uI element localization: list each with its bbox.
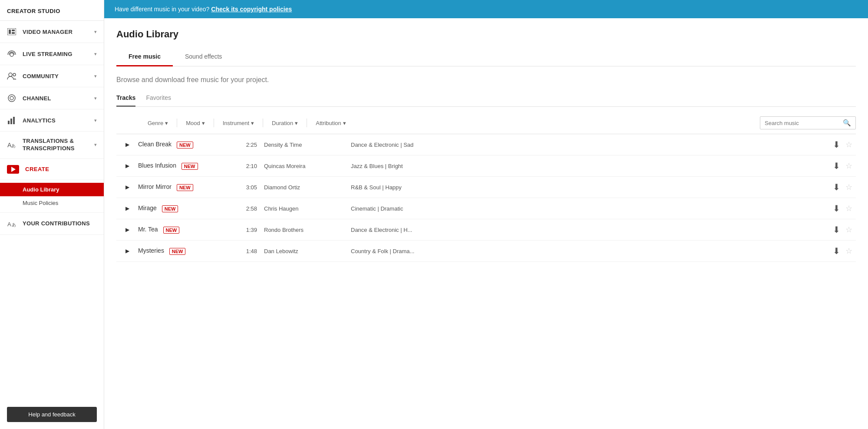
play-button[interactable]: ▶ [116,184,138,190]
chevron-down-icon: ▾ [251,120,254,126]
favorite-button[interactable]: ☆ [845,182,852,192]
svg-rect-10 [10,119,12,124]
sidebar-item-channel-label: CHANNEL [23,95,51,102]
svg-rect-3 [12,32,15,34]
play-button[interactable]: ▶ [116,205,138,211]
community-icon [7,71,17,81]
sidebar-item-create[interactable]: CREATE [0,159,104,180]
tab-free-music[interactable]: Free music [116,48,173,66]
sidebar-item-video-manager[interactable]: VIDEO MANAGER ▾ [0,21,104,43]
filters-row: Genre ▾ Mood ▾ Instrument ▾ Duration ▾ A… [116,111,856,134]
chevron-down-icon: ▾ [94,73,97,79]
search-box: 🔍 [760,116,856,129]
copyright-link[interactable]: Check its copyright policies [211,6,292,13]
sidebar-item-live-streaming[interactable]: LIVE STREAMING ▾ [0,43,104,65]
track-duration: 2:58 [225,205,264,212]
chevron-down-icon: ▾ [94,51,97,57]
track-genre: Jazz & Blues | Bright [351,163,830,169]
sidebar-sub-section: Audio Library Music Policies [0,180,104,213]
sub-tab-favorites[interactable]: Favorites [146,94,171,107]
filter-instrument-button[interactable]: Instrument ▾ [218,117,259,129]
track-list: ▶ Clean Break NEW 2:25 Density & Time Da… [116,134,856,262]
table-row: ▶ Blues Infusion NEW 2:10 Quincas Moreir… [116,155,856,177]
sidebar-item-analytics-label: ANALYTICS [23,117,56,124]
track-duration: 2:25 [225,142,264,148]
chevron-down-icon: ▾ [94,96,97,101]
sub-tab-tracks[interactable]: Tracks [116,94,135,107]
analytics-icon [7,116,17,125]
download-button[interactable]: ⬇ [833,161,840,171]
banner-text: Have different music in your video? [115,6,209,13]
channel-icon [7,93,17,103]
help-and-feedback-button[interactable]: Help and feedback [7,407,97,422]
favorite-button[interactable]: ☆ [845,225,852,234]
track-actions: ⬇ ☆ [830,139,856,150]
chevron-down-icon: ▾ [94,142,97,148]
sidebar-item-community[interactable]: COMMUNITY ▾ [0,65,104,87]
sidebar-sub-item-music-policies[interactable]: Music Policies [0,196,104,210]
download-button[interactable]: ⬇ [833,203,840,214]
play-button[interactable]: ▶ [116,142,138,148]
filter-genre-button[interactable]: Genre ▾ [142,117,173,129]
new-badge: NEW [162,205,178,212]
new-badge: NEW [169,248,186,255]
track-artist: Dan Lebowitz [264,248,351,254]
svg-rect-9 [8,121,10,124]
copyright-banner: Have different music in your video? Chec… [104,0,868,18]
sidebar-item-channel[interactable]: CHANNEL ▾ [0,87,104,109]
sidebar-item-translations-label: TRANSLATIONS & TRANSCRIPTIONS [23,138,94,152]
sidebar-item-live-streaming-label: LIVE STREAMING [23,51,73,57]
video-manager-icon [7,27,17,36]
sub-tabs: Tracks Favorites [116,94,856,107]
svg-point-7 [8,95,15,102]
translations-icon: Aあ [7,140,17,150]
download-button[interactable]: ⬇ [833,182,840,192]
filter-duration-button[interactable]: Duration ▾ [267,117,303,129]
favorite-button[interactable]: ☆ [845,140,852,149]
main-tabs: Free music Sound effects [116,48,856,66]
sidebar-item-community-label: COMMUNITY [23,73,59,79]
track-actions: ⬇ ☆ [830,224,856,235]
svg-rect-2 [12,30,15,31]
track-artist: Rondo Brothers [264,227,351,233]
play-button[interactable]: ▶ [116,248,138,254]
content-area: Audio Library Free music Sound effects B… [104,18,868,429]
track-duration: 3:05 [225,184,264,191]
track-actions: ⬇ ☆ [830,203,856,214]
download-button[interactable]: ⬇ [833,139,840,150]
track-name: Mirror Mirror NEW [138,183,225,191]
filter-mood-button[interactable]: Mood ▾ [181,117,210,129]
search-input[interactable] [765,120,843,126]
play-button[interactable]: ▶ [116,163,138,169]
track-artist: Chris Haugen [264,205,351,212]
filter-attribution-button[interactable]: Attribution ▾ [310,117,351,129]
svg-point-6 [13,73,16,76]
sidebar-sub-item-audio-library[interactable]: Audio Library [0,183,104,196]
download-button[interactable]: ⬇ [833,224,840,235]
svg-point-8 [10,96,13,100]
track-actions: ⬇ ☆ [830,246,856,256]
sidebar-create-label: CREATE [25,166,49,172]
table-row: ▶ Clean Break NEW 2:25 Density & Time Da… [116,134,856,155]
track-actions: ⬇ ☆ [830,182,856,192]
live-streaming-icon [7,49,17,59]
search-icon: 🔍 [843,119,851,127]
track-genre: R&B & Soul | Happy [351,184,830,191]
main-content: Have different music in your video? Chec… [104,0,868,429]
sidebar-item-your-contributions[interactable]: Aあ YOUR CONTRIBUTIONS [0,213,104,235]
download-button[interactable]: ⬇ [833,246,840,256]
tab-sound-effects[interactable]: Sound effects [173,48,234,66]
track-name: Mysteries NEW [138,247,225,254]
sidebar-item-translations[interactable]: Aあ TRANSLATIONS & TRANSCRIPTIONS ▾ [0,132,104,159]
track-duration: 1:39 [225,227,264,233]
sidebar-item-analytics[interactable]: ANALYTICS ▾ [0,109,104,132]
favorite-button[interactable]: ☆ [845,204,852,213]
chevron-down-icon: ▾ [295,120,298,126]
favorite-button[interactable]: ☆ [845,161,852,171]
table-row: ▶ Mirror Mirror NEW 3:05 Diamond Ortiz R… [116,177,856,198]
play-button[interactable]: ▶ [116,227,138,233]
filter-separator [263,119,263,127]
track-name: Clean Break NEW [138,141,225,148]
track-genre: Cinematic | Dramatic [351,205,830,212]
favorite-button[interactable]: ☆ [845,246,852,256]
